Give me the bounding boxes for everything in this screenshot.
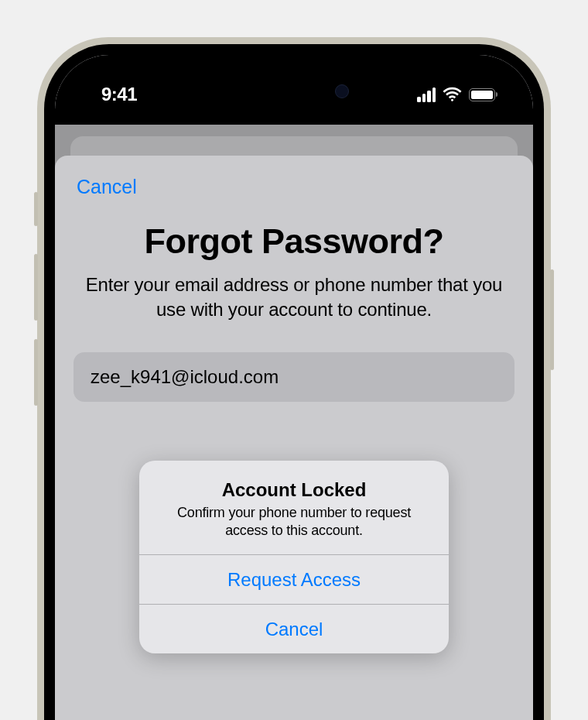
phone-bezel: 9:41: [44, 44, 544, 720]
status-bar: 9:41: [55, 55, 533, 125]
alert-message: Confirm your phone number to request acc…: [156, 504, 432, 539]
side-button-silent: [34, 192, 38, 226]
email-field[interactable]: zee_k941@icloud.com: [74, 352, 514, 402]
side-button-power: [550, 269, 554, 370]
wifi-icon: [443, 87, 462, 102]
page-title: Forgot Password?: [74, 221, 514, 262]
alert-title: Account Locked: [156, 479, 432, 501]
side-button-volume-up: [34, 254, 38, 321]
status-icons: [417, 87, 497, 102]
phone-frame: 9:41: [37, 37, 551, 720]
status-time: 9:41: [101, 84, 137, 105]
screen: 9:41: [55, 55, 533, 720]
page-subtitle: Enter your email address or phone number…: [74, 273, 514, 323]
cellular-signal-icon: [417, 87, 436, 102]
front-camera: [335, 84, 349, 98]
account-locked-alert: Account Locked Confirm your phone number…: [139, 461, 449, 653]
side-button-volume-down: [34, 339, 38, 406]
request-access-button[interactable]: Request Access: [139, 554, 449, 604]
battery-icon: [469, 88, 497, 101]
dynamic-island: [227, 72, 361, 111]
alert-cancel-button[interactable]: Cancel: [139, 604, 449, 653]
alert-content: Account Locked Confirm your phone number…: [139, 461, 449, 554]
cancel-button[interactable]: Cancel: [77, 176, 514, 198]
email-field-value: zee_k941@icloud.com: [91, 366, 279, 388]
